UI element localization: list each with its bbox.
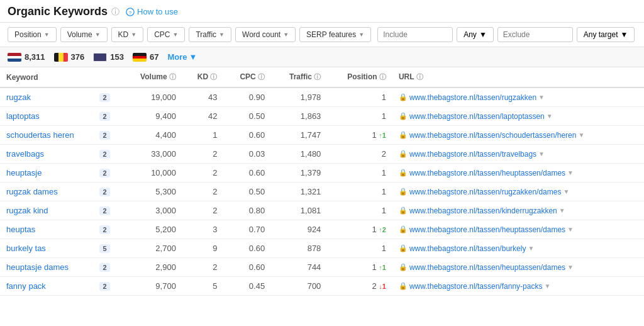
filter-kd[interactable]: KD ▼ bbox=[111, 27, 144, 42]
url-link[interactable]: 🔒www.thebagstore.nl/tassen/heuptassen/da… bbox=[399, 169, 638, 177]
flag-de-count: 67 bbox=[150, 52, 158, 62]
flag-nl-count: 8,311 bbox=[25, 52, 45, 62]
cell-traffic: 924 bbox=[271, 220, 327, 239]
filter-cpc[interactable]: CPC ▼ bbox=[147, 27, 185, 42]
lock-icon: 🔒 bbox=[399, 93, 408, 101]
filter-word-count[interactable]: Word count ▼ bbox=[235, 27, 296, 42]
cell-keyword: 2heuptasje dames bbox=[0, 258, 121, 277]
filter-position-label: Position bbox=[14, 30, 42, 39]
keyword-text[interactable]: rugzak dames bbox=[6, 187, 58, 196]
url-link[interactable]: 🔒www.thebagstore.nl/tassen/rugzakken▼ bbox=[399, 93, 638, 102]
url-text[interactable]: www.thebagstore.nl/tassen/burkely bbox=[409, 244, 526, 253]
cell-position: 2 ↓1 bbox=[327, 277, 392, 296]
more-button[interactable]: More ▼ bbox=[167, 52, 197, 62]
url-text[interactable]: www.thebagstore.nl/tassen/heuptassen/dam… bbox=[409, 263, 565, 272]
filter-serp-features[interactable]: SERP features ▼ bbox=[299, 27, 371, 42]
cell-kd: 42 bbox=[182, 107, 224, 126]
url-text[interactable]: www.thebagstore.nl/tassen/rugzakken bbox=[409, 93, 536, 102]
cell-cpc: 0.60 bbox=[223, 258, 271, 277]
cell-position: 1 bbox=[327, 239, 392, 258]
position-value: 1 bbox=[382, 93, 386, 102]
flag-be-count: 376 bbox=[71, 52, 85, 62]
keyword-text[interactable]: rugzak kind bbox=[6, 206, 48, 215]
cell-keyword: 2rugzak dames bbox=[0, 183, 121, 201]
flag-us-icon bbox=[93, 53, 107, 62]
url-link[interactable]: 🔒www.thebagstore.nl/tassen/heuptassen/da… bbox=[399, 263, 638, 272]
url-text[interactable]: www.thebagstore.nl/tassen/heuptassen/dam… bbox=[409, 225, 565, 234]
lock-icon: 🔒 bbox=[399, 169, 408, 177]
cell-volume: 33,000 bbox=[121, 145, 182, 164]
url-text[interactable]: www.thebagstore.nl/tassen/travelbags bbox=[409, 150, 536, 159]
keyword-text[interactable]: heuptasje bbox=[6, 168, 42, 177]
url-text[interactable]: www.thebagstore.nl/tassen/kinderrugzakke… bbox=[409, 206, 557, 215]
url-link[interactable]: 🔒www.thebagstore.nl/tassen/heuptassen/da… bbox=[399, 225, 638, 234]
keyword-text[interactable]: schoudertas heren bbox=[6, 130, 74, 140]
exclude-input[interactable] bbox=[497, 27, 573, 42]
url-text[interactable]: www.thebagstore.nl/tassen/laptoptassen bbox=[409, 112, 545, 121]
cell-traffic: 1,747 bbox=[271, 126, 327, 145]
url-link[interactable]: 🔒www.thebagstore.nl/tassen/kinderrugzakk… bbox=[399, 206, 638, 215]
url-arrow-icon: ▼ bbox=[578, 132, 584, 138]
filter-volume[interactable]: Volume ▼ bbox=[60, 27, 108, 42]
more-label: More bbox=[167, 52, 187, 62]
keyword-badge: 2 bbox=[99, 225, 109, 234]
keyword-text[interactable]: travelbags bbox=[6, 149, 44, 159]
keyword-text[interactable]: heuptasje dames bbox=[6, 262, 69, 272]
flag-us[interactable]: 153 bbox=[93, 52, 124, 62]
keyword-text[interactable]: burkely tas bbox=[6, 244, 46, 253]
cell-keyword: 2schoudertas heren bbox=[0, 126, 121, 145]
keyword-badge: 2 bbox=[99, 93, 109, 102]
include-input[interactable] bbox=[377, 27, 453, 42]
flag-us-count: 153 bbox=[110, 52, 124, 62]
keyword-text[interactable]: heuptas bbox=[6, 225, 35, 234]
keyword-text[interactable]: rugzak bbox=[6, 93, 31, 102]
flag-be-icon bbox=[54, 53, 68, 62]
col-cpc: CPC ⓘ bbox=[223, 67, 271, 87]
url-arrow-icon: ▼ bbox=[567, 169, 574, 176]
url-text[interactable]: www.thebagstore.nl/tassen/schoudertassen… bbox=[409, 131, 577, 140]
cell-cpc: 0.50 bbox=[223, 183, 271, 201]
how-to-link[interactable]: ? How to use bbox=[126, 7, 178, 16]
flag-de[interactable]: 67 bbox=[133, 52, 158, 62]
url-link[interactable]: 🔒www.thebagstore.nl/tassen/rugzakken/dam… bbox=[399, 188, 638, 196]
keywords-table-wrapper: Keyword Volume ⓘ KD ⓘ CPC ⓘ Traffic ⓘ bbox=[0, 67, 644, 296]
filter-serp-features-label: SERP features bbox=[306, 30, 356, 39]
url-text[interactable]: www.thebagstore.nl/tassen/fanny-packs bbox=[409, 282, 542, 291]
position-value: 2 bbox=[382, 149, 386, 159]
url-text[interactable]: www.thebagstore.nl/tassen/rugzakken/dame… bbox=[409, 188, 561, 196]
cell-url: 🔒www.thebagstore.nl/tassen/heuptassen/da… bbox=[392, 220, 644, 239]
table-row: 2laptoptas9,400420.501,8631🔒www.thebagst… bbox=[0, 107, 644, 126]
cell-volume: 4,400 bbox=[121, 126, 182, 145]
position-value: 1 bbox=[382, 187, 386, 196]
flag-be[interactable]: 376 bbox=[54, 52, 85, 62]
cell-keyword: 2travelbags bbox=[0, 145, 121, 164]
keyword-text[interactable]: fanny pack bbox=[6, 281, 46, 291]
position-value: 1 bbox=[382, 244, 386, 253]
flag-nl[interactable]: 8,311 bbox=[8, 52, 45, 62]
cell-kd: 2 bbox=[182, 201, 224, 220]
keyword-text[interactable]: laptoptas bbox=[6, 111, 40, 121]
filter-kd-label: KD bbox=[118, 30, 129, 39]
any-label: Any bbox=[464, 30, 477, 39]
position-change-up: ↑1 bbox=[379, 132, 386, 139]
url-link[interactable]: 🔒www.thebagstore.nl/tassen/travelbags▼ bbox=[399, 150, 638, 159]
cell-url: 🔒www.thebagstore.nl/tassen/kinderrugzakk… bbox=[392, 201, 644, 220]
cell-traffic: 1,081 bbox=[271, 201, 327, 220]
url-link[interactable]: 🔒www.thebagstore.nl/tassen/schoudertasse… bbox=[399, 131, 638, 140]
cell-keyword: 2fanny pack bbox=[0, 277, 121, 296]
cell-kd: 2 bbox=[182, 145, 224, 164]
any-target-arrow: ▼ bbox=[620, 30, 628, 39]
table-row: 2heuptas5,20030.709241 ↑2🔒www.thebagstor… bbox=[0, 220, 644, 239]
url-link[interactable]: 🔒www.thebagstore.nl/tassen/burkely▼ bbox=[399, 244, 638, 253]
url-arrow-icon: ▼ bbox=[567, 264, 574, 271]
url-link[interactable]: 🔒www.thebagstore.nl/tassen/laptoptassen▼ bbox=[399, 112, 638, 121]
url-arrow-icon: ▼ bbox=[538, 94, 545, 101]
filter-traffic[interactable]: Traffic ▼ bbox=[189, 27, 231, 42]
filter-position[interactable]: Position ▼ bbox=[8, 27, 57, 42]
any-button[interactable]: Any ▼ bbox=[457, 27, 494, 42]
table-row: 2rugzak kind3,00020.801,0811🔒www.thebags… bbox=[0, 201, 644, 220]
url-text[interactable]: www.thebagstore.nl/tassen/heuptassen/dam… bbox=[409, 169, 565, 177]
url-link[interactable]: 🔒www.thebagstore.nl/tassen/fanny-packs▼ bbox=[399, 282, 638, 291]
filter-kd-arrow: ▼ bbox=[131, 31, 136, 38]
any-target-button[interactable]: Any target ▼ bbox=[577, 27, 635, 42]
